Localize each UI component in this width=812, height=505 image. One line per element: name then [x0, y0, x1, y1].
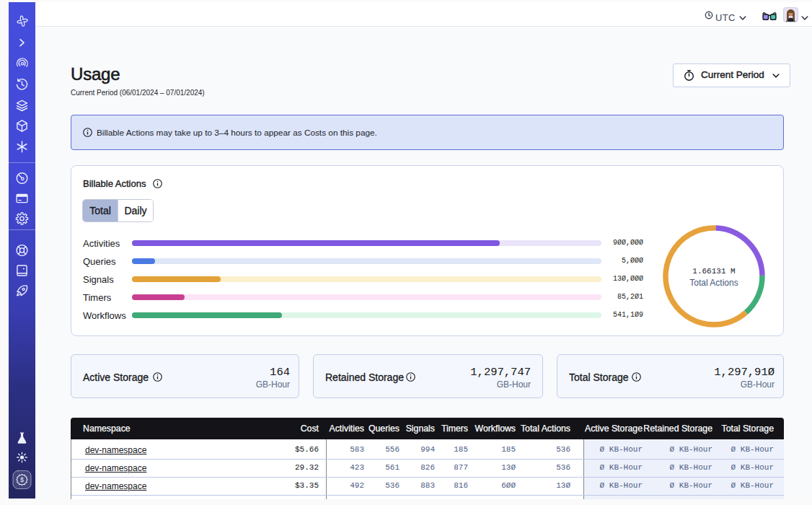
svg-text:$: $ — [20, 476, 24, 483]
